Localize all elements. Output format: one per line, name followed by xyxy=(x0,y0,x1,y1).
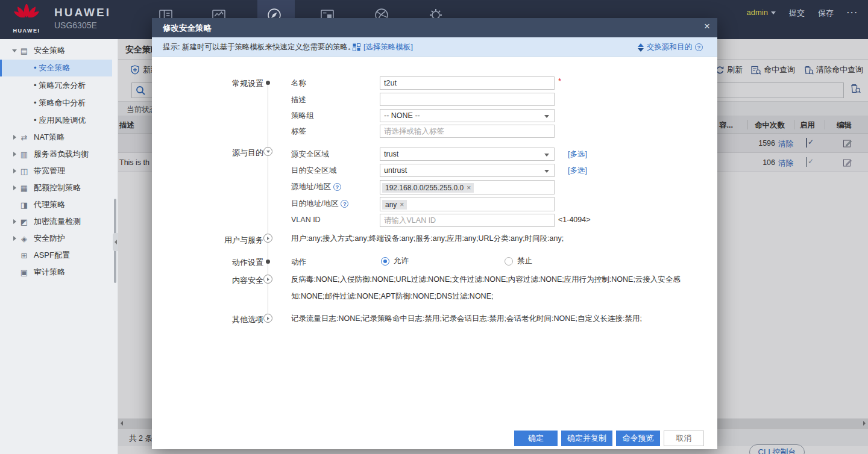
server-icon: ▥ xyxy=(18,150,30,159)
src-zone-multi-link[interactable]: [多选] xyxy=(568,149,587,160)
help-icon[interactable]: ? xyxy=(695,43,703,51)
sidebar-item-app-risk-tuning[interactable]: 应用风险调优 xyxy=(0,112,118,129)
encrypt-detect-icon: ◩ xyxy=(18,217,30,226)
chevron-down-icon xyxy=(544,170,549,173)
sidebar-item-security-protection[interactable]: ◈安全防护 xyxy=(0,230,118,247)
nat-icon: ⇄ xyxy=(18,133,30,142)
device-model: USG6305E xyxy=(54,20,97,30)
sidebar-item-aspf-config[interactable]: ⊞ASPF配置 xyxy=(0,247,118,264)
name-label: 名称 xyxy=(291,78,306,89)
submit-button[interactable]: 提交 xyxy=(789,8,805,19)
ok-and-copy-button[interactable]: 确定并复制 xyxy=(561,431,612,446)
section-content-security: 内容安全 xyxy=(194,275,263,286)
collapse-arrow-icon xyxy=(13,185,16,190)
chevron-down-icon xyxy=(771,11,776,14)
username: admin xyxy=(747,8,768,17)
tag-label: 标签 xyxy=(291,126,306,137)
save-button[interactable]: 保存 xyxy=(818,8,834,19)
section-others: 其他选项 xyxy=(194,314,263,325)
sidebar-collapse-handle[interactable] xyxy=(113,233,118,251)
choose-template-link[interactable]: [选择策略模板] xyxy=(353,42,413,52)
vlan-range-hint: <1-4094> xyxy=(558,216,591,224)
edit-security-policy-dialog: 修改安全策略 × 提示: 新建时可以基于策略模板来快速定义您需要的策略。 [选择… xyxy=(152,18,717,449)
sidebar-item-policy-hit-analysis[interactable]: 策略命中分析 xyxy=(0,95,118,111)
others-summary: 记录流量日志:NONE;记录策略命中日志:禁用;记录会话日志:禁用;会话老化时间… xyxy=(291,310,694,327)
src-zone-select[interactable]: trust xyxy=(380,148,555,161)
template-grid-icon xyxy=(353,43,360,51)
required-asterisk: * xyxy=(558,76,561,86)
dst-addr-input[interactable]: any× xyxy=(380,197,555,211)
policy-group-label: 策略组 xyxy=(291,111,314,121)
dst-zone-multi-link[interactable]: [多选] xyxy=(568,166,587,176)
src-addr-label: 源地址/地区? xyxy=(291,182,341,192)
address-chip: any× xyxy=(382,200,407,210)
dst-zone-label: 目的安全区域 xyxy=(291,166,336,176)
tag-input[interactable] xyxy=(380,125,555,138)
logo-caption: HUAWEI xyxy=(10,28,43,34)
section-expand-icon[interactable] xyxy=(263,234,272,243)
ok-button[interactable]: 确定 xyxy=(514,431,558,446)
collapse-arrow-icon xyxy=(13,135,16,140)
src-zone-label: 源安全区域 xyxy=(291,149,329,160)
sidebar-item-server-load-balance[interactable]: ▥服务器负载均衡 xyxy=(0,146,118,163)
sidebar-item-audit-policy[interactable]: ▣审计策略 xyxy=(0,264,118,281)
collapse-arrow-icon xyxy=(13,152,16,157)
shield-icon: ◈ xyxy=(18,234,30,243)
help-icon[interactable]: ? xyxy=(333,183,341,191)
huawei-logo-icon: HUAWEI xyxy=(10,4,43,35)
more-menu-icon[interactable]: ··· xyxy=(847,8,858,17)
dst-zone-select[interactable]: untrust xyxy=(380,164,555,177)
dst-addr-label: 目的地址/地区? xyxy=(291,199,348,209)
command-preview-button[interactable]: 命令预览 xyxy=(616,431,660,446)
hint-text: 提示: 新建时可以基于策略模板来快速定义您需要的策略。 xyxy=(163,42,355,52)
dialog-footer: 确定 确定并复制 命令预览 取消 xyxy=(514,431,704,446)
radio-icon xyxy=(505,257,513,266)
section-action: 动作设置 xyxy=(194,257,263,268)
swap-src-dst-button[interactable]: 交换源和目的 ? xyxy=(638,42,703,52)
dialog-titlebar[interactable]: 修改安全策略 × xyxy=(152,18,717,37)
brand-name: HUAWEI xyxy=(54,6,111,19)
dialog-body: 常规设置 名称 * 描述 策略组 -- NONE -- 标签 源与目的 源安全区… xyxy=(152,57,717,425)
vlan-label: VLAN ID xyxy=(291,216,321,224)
src-addr-input[interactable]: 192.168.0.0/255.255.0.0× xyxy=(380,180,555,194)
sidebar-item-encrypted-traffic[interactable]: ◩加密流量检测 xyxy=(0,213,118,230)
cancel-button[interactable]: 取消 xyxy=(664,431,704,446)
section-user-service: 用户与服务 xyxy=(194,235,263,246)
huawei-flower-icon xyxy=(13,4,40,24)
action-deny-radio[interactable]: 禁止 xyxy=(505,256,532,266)
sidebar-item-quota-policy[interactable]: ▦配额控制策略 xyxy=(0,179,118,196)
address-chip: 192.168.0.0/255.255.0.0× xyxy=(382,183,474,193)
policy-group-select[interactable]: -- NONE -- xyxy=(380,109,555,122)
section-node-icon xyxy=(266,260,270,264)
sidebar: ▤安全策略 安全策略 策略冗余分析 策略命中分析 应用风险调优 ⇄NAT策略 ▥… xyxy=(0,39,118,454)
section-timeline xyxy=(268,83,268,319)
quota-icon: ▦ xyxy=(18,184,30,193)
sidebar-item-bandwidth-mgmt[interactable]: ◫带宽管理 xyxy=(0,163,118,179)
aspf-icon: ⊞ xyxy=(18,251,30,260)
sidebar-item-nat-policy[interactable]: ⇄NAT策略 xyxy=(0,129,118,146)
sidebar-item-security-policy-root[interactable]: ▤安全策略 xyxy=(0,42,118,59)
action-label: 动作 xyxy=(291,257,306,267)
section-collapse-icon[interactable] xyxy=(263,147,272,156)
sidebar-item-policy-redundancy[interactable]: 策略冗余分析 xyxy=(0,77,118,94)
swap-icon xyxy=(638,43,644,52)
name-input[interactable] xyxy=(380,76,555,90)
collapse-arrow-icon xyxy=(13,169,16,173)
vlan-input[interactable] xyxy=(380,214,555,227)
bandwidth-icon: ◫ xyxy=(18,167,30,176)
audit-icon: ▣ xyxy=(18,268,30,277)
remove-chip-icon[interactable]: × xyxy=(400,201,404,209)
radio-selected-icon xyxy=(381,257,389,266)
close-icon[interactable]: × xyxy=(704,20,710,33)
section-expand-icon[interactable] xyxy=(263,314,272,323)
action-allow-radio[interactable]: 允许 xyxy=(381,256,409,266)
section-general: 常规设置 xyxy=(194,78,263,89)
remove-chip-icon[interactable]: × xyxy=(467,184,471,192)
sidebar-item-security-policy[interactable]: 安全策略 xyxy=(0,60,112,76)
section-expand-icon[interactable] xyxy=(263,275,272,284)
content-security-summary: 反病毒:NONE;入侵防御:NONE;URL过滤:NONE;文件过滤:NONE;… xyxy=(291,271,694,305)
description-input[interactable] xyxy=(380,93,555,106)
help-icon[interactable]: ? xyxy=(341,200,348,208)
user-menu[interactable]: admin xyxy=(747,8,776,17)
sidebar-item-proxy-policy[interactable]: ◨代理策略 xyxy=(0,196,118,213)
